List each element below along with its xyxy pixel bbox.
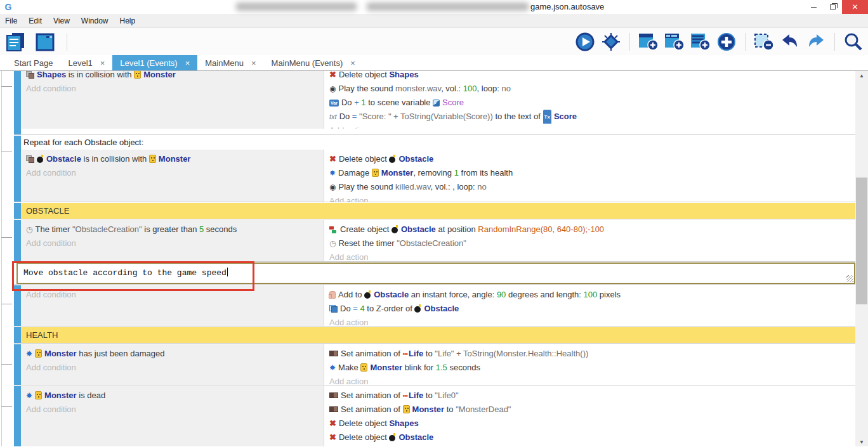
remove-event-icon	[753, 32, 775, 52]
group-header[interactable]: OBSTACLE	[21, 203, 855, 219]
bug-icon	[601, 32, 621, 52]
add-condition-button[interactable]: Add condition	[21, 288, 324, 302]
tab-level1-events-[interactable]: Level1 (Events)×	[112, 55, 197, 70]
scrollbar-thumb[interactable]	[856, 178, 867, 304]
debug-button[interactable]	[600, 32, 622, 52]
collision-icon	[26, 71, 34, 79]
group-header[interactable]: HEALTH	[21, 327, 855, 343]
monster-icon	[360, 363, 367, 372]
action-line[interactable]: VarDo + 1 to scene variable Score	[324, 96, 855, 110]
conditions-column: Shapes is in collision with MonsterAdd c…	[21, 71, 324, 129]
action-line[interactable]: ✸Make Monster blink for 1.5 seconds	[324, 361, 855, 375]
tab-label: Level1	[68, 58, 92, 68]
scroll-down-button[interactable]: ▼	[855, 437, 868, 446]
condition-line[interactable]: ✸Monster is dead	[21, 389, 324, 403]
action-line[interactable]: Set animation of •••Life to "Life0"	[324, 389, 855, 403]
add-action-button[interactable]: Add action	[324, 194, 855, 202]
add-sub-event-button[interactable]	[664, 32, 685, 52]
menu-window[interactable]: Window	[81, 16, 115, 25]
action-line[interactable]: txtDo = "Score: " + ToString(Variable(Sc…	[324, 110, 855, 124]
redo-button[interactable]	[805, 32, 827, 52]
event-indent-bar	[14, 203, 21, 219]
scene-editor-button[interactable]	[34, 32, 56, 52]
add-event-button[interactable]	[638, 32, 659, 52]
undo-icon	[780, 32, 800, 52]
action-line[interactable]: ✸Damage Monster, removing 1 from its hea…	[324, 166, 855, 180]
action-line[interactable]: ✖Delete object Shapes	[324, 417, 855, 431]
menu-file[interactable]: File	[5, 16, 23, 25]
resize-grip[interactable]	[846, 275, 853, 282]
close-icon: ✕	[852, 3, 858, 11]
undo-button[interactable]	[779, 32, 801, 52]
event-group-group-obstacle: OBSTACLE	[14, 203, 855, 219]
tab-level1[interactable]: Level1×	[60, 55, 112, 70]
menu-help[interactable]: Help	[120, 16, 142, 25]
minimize-button[interactable]	[804, 0, 823, 14]
tab-mainmenu-events-[interactable]: MainMenu (Events)×	[264, 55, 363, 70]
add-condition-button[interactable]: Add condition	[21, 166, 324, 180]
tab-close-icon[interactable]: ×	[100, 58, 105, 68]
add-condition-button[interactable]: Add condition	[21, 361, 324, 375]
sound-icon: ◉	[329, 181, 336, 194]
events-list: Shapes is in collision with MonsterAdd c…	[0, 71, 855, 446]
variable-icon: Var	[329, 100, 339, 107]
action-line[interactable]: Add to Obstacle an instant force, angle:…	[324, 288, 855, 302]
action-line[interactable]: Set animation of •••Life to "Life" + ToS…	[324, 347, 855, 361]
preview-button[interactable]	[574, 32, 596, 52]
minimize-icon	[811, 7, 817, 8]
add-circle-icon	[716, 32, 737, 52]
tab-start-page[interactable]: Start Page	[6, 55, 60, 70]
add-action-button[interactable]: Add action	[324, 375, 855, 385]
add-condition-button[interactable]: Add condition	[21, 82, 324, 96]
scene-window-icon	[34, 32, 56, 52]
restore-button[interactable]	[823, 0, 842, 14]
title-bar: G game.json.autosave ✕	[0, 0, 868, 14]
add-condition-button[interactable]: Add condition	[21, 403, 324, 417]
comment-event: Move obstacle according to the game spee…	[14, 262, 855, 285]
tab-close-icon[interactable]: ×	[185, 58, 190, 68]
action-line[interactable]: ✖Delete object Obstacle	[324, 431, 855, 444]
add-action-button[interactable]: Add action	[324, 124, 855, 129]
event-indent-bar	[14, 220, 21, 261]
add-comment-button[interactable]	[690, 32, 711, 52]
action-line[interactable]: ◉Play the sound monster.wav, vol.: 100, …	[324, 82, 855, 96]
action-line[interactable]: ✖Delete object Shapes	[324, 71, 855, 82]
play-icon	[575, 32, 595, 52]
group-label: OBSTACLE	[26, 206, 69, 216]
add-action-button[interactable]: Add action	[324, 316, 855, 326]
add-other-button[interactable]	[716, 32, 737, 52]
condition-line[interactable]: ✸Monster has just been damaged	[21, 347, 324, 361]
condition-line[interactable]: Obstacle is in collision with Monster	[21, 152, 324, 166]
life-icon: •••	[403, 389, 408, 403]
action-line[interactable]: Set animation of Monster to "MonsterDead…	[324, 403, 855, 417]
close-button[interactable]: ✕	[842, 0, 868, 14]
condition-line[interactable]: Shapes is in collision with Monster	[21, 71, 324, 82]
textobj-icon: Tx	[543, 110, 551, 124]
action-line[interactable]: Create object Obstacle at position Rando…	[324, 223, 855, 236]
tab-close-icon[interactable]: ×	[350, 58, 355, 68]
condition-line[interactable]: ◷The timer "ObstacleCreation" is greater…	[21, 223, 324, 236]
comment-textarea[interactable]: Move obstacle according to the game spee…	[16, 262, 855, 284]
collision-icon	[26, 155, 34, 163]
blurred-text	[367, 3, 529, 11]
event-indent-bar	[14, 71, 21, 134]
vertical-scrollbar[interactable]: ▲ ▼	[855, 71, 868, 446]
action-line[interactable]: ✖Delete object Obstacle	[324, 152, 855, 166]
project-manager-button[interactable]	[5, 32, 27, 52]
search-button[interactable]	[843, 32, 864, 52]
action-line[interactable]: ◉Play the sound killed.wav, vol.: , loop…	[324, 180, 855, 194]
toolbar-separator	[834, 33, 835, 51]
add-action-button[interactable]: Add action	[324, 250, 855, 261]
anim-icon	[329, 406, 338, 412]
tab-mainmenu[interactable]: MainMenu×	[197, 55, 263, 70]
tab-close-icon[interactable]: ×	[251, 58, 256, 68]
scroll-up-button[interactable]: ▲	[855, 71, 868, 81]
action-line[interactable]: Do = 4 to Z-order of Obstacle	[324, 302, 855, 316]
menu-view[interactable]: View	[53, 16, 76, 25]
delete-icon: ✖	[329, 152, 336, 165]
action-line[interactable]: ◷Reset the timer "ObstacleCreation"	[324, 236, 855, 250]
add-condition-button[interactable]: Add condition	[21, 236, 324, 250]
menu-edit[interactable]: Edit	[29, 16, 48, 25]
health-icon: ✸	[329, 361, 336, 375]
remove-event-button[interactable]	[753, 32, 775, 52]
